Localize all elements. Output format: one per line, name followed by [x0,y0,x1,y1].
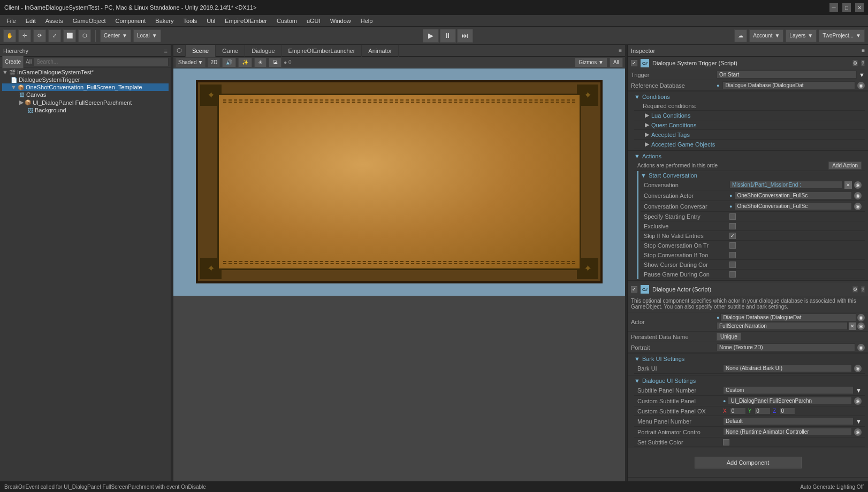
cloud-button[interactable]: ☁ [734,29,747,42]
menu-gameobject[interactable]: GameObject [68,17,110,25]
pause-game-checkbox[interactable] [729,271,736,278]
portrait-select-button[interactable]: ◉ [857,344,865,351]
tab-scene[interactable]: Scene [186,45,216,57]
stop-conv-tr-checkbox[interactable] [729,242,736,249]
tab-game[interactable]: Game [216,45,245,57]
bark-ui-select-button[interactable]: ◉ [854,365,862,372]
specify-starting-checkbox[interactable] [729,213,736,220]
bark-ui-header[interactable]: ▼ Bark UI Settings [634,355,865,363]
inspector-menu-icon[interactable]: ≡ [862,48,865,53]
menu-component[interactable]: Component [111,17,150,25]
hierarchy-item-background[interactable]: 🖼 Background [2,106,169,114]
exclusive-checkbox[interactable] [729,223,736,229]
audio-toggle[interactable]: 🔊 [222,58,236,67]
add-component-button[interactable]: Add Component [695,457,802,468]
trigger-settings-button[interactable]: ⚙ [852,60,858,66]
custom-subtitle-value[interactable]: UI_DialogPanel FullScreenParchn [728,397,852,405]
hierarchy-item-scene[interactable]: ▼ 🎬 InGameDialogueSystemTest* [2,68,169,76]
shading-dropdown[interactable]: Shaded ▼ [176,58,205,67]
reference-db-select-button[interactable]: ◉ [857,82,865,89]
layout-dropdown[interactable]: TwoProject... ▼ [819,29,865,42]
start-conversation-header[interactable]: ▼ Start Conversation [641,171,865,180]
dimension-dropdown[interactable]: 2D [208,58,220,67]
portrait-animator-select-button[interactable]: ◉ [854,428,862,436]
tab-dialogue[interactable]: Dialogue [245,45,281,57]
trigger-help-button[interactable]: ? [861,60,865,66]
menu-empireofember[interactable]: EmpireOfEmber [220,17,271,25]
pivot-mode-dropdown[interactable]: Center ▼ [100,29,131,42]
hierarchy-item-dialogpanel[interactable]: ▶ 📦 UI_DialogPanel FullScreenParchment [2,98,169,106]
dialogue-ui-header[interactable]: ▼ Dialogue UI Settings [634,376,865,385]
menu-util[interactable]: Util [202,17,219,25]
tool-scale[interactable]: ⤢ [48,29,61,42]
actor-help-button[interactable]: ? [861,286,865,293]
gizmos-button[interactable]: Gizmos ▼ [575,58,607,67]
tool-move[interactable]: ✛ [18,29,31,42]
tool-transform[interactable]: ⬡ [78,29,91,42]
conv-conversant-select-button[interactable]: ◉ [854,203,862,210]
show-cursor-checkbox[interactable] [729,262,736,268]
conditions-header[interactable]: ▼ Conditions [634,93,865,101]
accepted-objects-label[interactable]: Accepted Game Objects [651,141,715,148]
lua-conditions-label[interactable]: Lua Conditions [651,112,690,119]
menu-file[interactable]: File [2,17,20,25]
menu-bakery[interactable]: Bakery [151,17,178,25]
conv-conversant-value[interactable]: OneShotConversation_FullSc [734,202,852,210]
subtitle-ox-z-input[interactable] [779,408,795,414]
maximize-button[interactable]: □ [842,3,851,12]
hierarchy-menu-icon[interactable]: ≡ [164,48,167,54]
conversation-x-button[interactable]: ✕ [844,181,852,189]
menu-custom[interactable]: Custom [272,17,301,25]
pivot-space-dropdown[interactable]: Local ▼ [133,29,161,42]
pause-button[interactable]: ⏸ [440,29,456,43]
custom-subtitle-select-button[interactable]: ◉ [854,397,862,405]
menu-assets[interactable]: Assets [41,17,67,25]
portrait-animator-value[interactable]: None (Runtime Animator Controller [723,428,852,436]
tool-rect[interactable]: ⬜ [63,29,76,42]
menu-panel-value[interactable]: Default [723,417,854,425]
add-action-button[interactable]: Add Action [828,162,862,170]
hierarchy-item-trigger[interactable]: 📄 DialogueSystemTrigger [2,76,169,83]
tool-rotate[interactable]: ⟳ [33,29,46,42]
reference-db-value[interactable]: Dialogue Database (DialogueDat [722,81,855,89]
hierarchy-search-input[interactable] [34,58,169,66]
accepted-tags-label[interactable]: Accepted Tags [651,132,690,138]
menu-window[interactable]: Window [326,17,355,25]
hierarchy-item-canvas[interactable]: 🖼 Canvas [2,91,169,98]
menu-edit[interactable]: Edit [21,17,40,25]
conversation-select-button[interactable]: ◉ [854,181,862,189]
menu-tools[interactable]: Tools [179,17,202,25]
menu-ugui[interactable]: uGUI [302,17,325,25]
stop-conv-too-checkbox[interactable] [729,252,736,258]
portrait-value[interactable]: None (Texture 2D) [717,343,855,351]
scene-viewport[interactable]: ✦ ✦ ✦ ✦ [173,68,625,481]
scene-all-btn[interactable]: All [610,58,623,67]
actor-settings-button[interactable]: ⚙ [852,286,858,293]
play-button[interactable]: ▶ [423,29,439,43]
actor-x-button[interactable]: ✕ [849,322,856,330]
fx-toggle[interactable]: ✨ [238,58,252,67]
conv-actor-select-button[interactable]: ◉ [854,192,862,199]
tab-ember-launcher[interactable]: EmpireOfEmberLauncher [282,45,362,57]
scene-menu-icon[interactable]: ≡ [615,48,625,53]
conv-actor-value[interactable]: OneShotConversation_FullSc [734,191,852,199]
trigger-enabled-checkbox[interactable]: ✓ [631,60,637,66]
subtitle-panel-value[interactable]: Custom [723,386,854,394]
hierarchy-item-oneshot[interactable]: ▼ 📦 OneShotConversation_FullScreen_Templ… [2,83,169,91]
conversation-value[interactable]: Mission1/Part1_MissionEnd : [729,181,842,189]
unique-button[interactable]: Unique [717,333,741,341]
actor-db-select-button[interactable]: ◉ [857,314,865,321]
layers-dropdown[interactable]: Layers ▼ [786,29,817,42]
quest-conditions-label[interactable]: Quest Conditions [651,122,696,128]
scene-lighting-btn[interactable]: ☀ [254,58,267,67]
actor-sub-value[interactable]: FullScreenNarration [717,322,848,330]
bark-ui-value[interactable]: None (Abstract Bark UI) [723,364,852,372]
account-dropdown[interactable]: Account ▼ [749,29,783,42]
tab-animator[interactable]: Animator [362,45,399,57]
close-button[interactable]: ✕ [855,3,864,12]
hierarchy-create-button[interactable]: Create [2,56,24,68]
subtitle-ox-y-input[interactable] [755,408,771,414]
skip-valid-checkbox[interactable]: ✓ [729,233,736,239]
actor-select-button[interactable]: ◉ [857,322,865,330]
menu-help[interactable]: Help [356,17,377,25]
